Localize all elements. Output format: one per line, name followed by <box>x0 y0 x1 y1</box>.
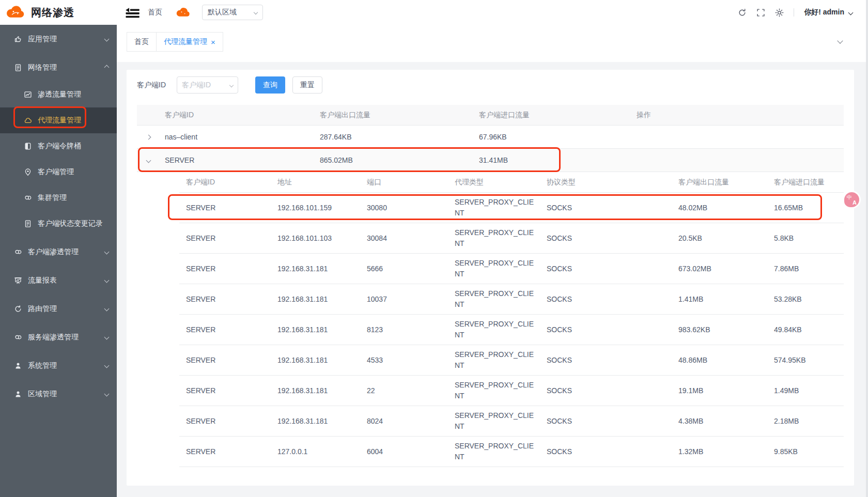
col-address: 地址 <box>271 178 360 187</box>
cell-out-traffic: 48.86MB <box>672 356 767 364</box>
cell-protocol: SOCKS <box>540 417 672 425</box>
sidebar-item-label: 网络管理 <box>28 63 57 72</box>
sidebar-item-penetration-traffic[interactable]: 渗透流量管理 <box>0 82 117 107</box>
chevron-down-icon <box>104 392 110 397</box>
cell-client-id: SERVER <box>160 156 315 164</box>
breadcrumb-home[interactable]: 首页 <box>148 8 162 17</box>
table-row-server[interactable]: SERVER 865.02MB 31.41MB <box>137 149 844 172</box>
chevron-down-icon <box>104 250 110 255</box>
col-client-in-traffic: 客户端进口流量 <box>767 178 844 187</box>
sidebar-item-network-management[interactable]: 网络管理 <box>0 53 117 82</box>
sidebar-item-server-penetration[interactable]: 服务端渗透管理 <box>0 323 117 351</box>
cell-proxy-type: SERVER_PROXY_CLIENT <box>448 319 540 340</box>
document-icon <box>24 220 32 228</box>
inner-table-row[interactable]: SERVER 192.168.101.159 30080 SERVER_PROX… <box>179 193 844 223</box>
cloud-icon[interactable] <box>176 8 190 18</box>
scrollbar[interactable] <box>866 0 868 497</box>
cell-proxy-type: SERVER_PROXY_CLIENT <box>448 197 540 219</box>
app-logo: 网络渗透 <box>0 0 117 25</box>
top-zone: 首页 默认区域 你好! admin 首页 代理流量管理 × <box>117 0 868 62</box>
cell-out-traffic: 865.02MB <box>315 156 474 164</box>
expand-row-icon[interactable] <box>146 134 151 139</box>
chevron-down-icon <box>104 306 110 312</box>
reset-button[interactable]: 重置 <box>292 76 322 94</box>
sidebar-item-client-penetration[interactable]: 客户端渗透管理 <box>0 238 117 266</box>
sidebar-item-label: 代理流量管理 <box>38 116 81 125</box>
sidebar-item-proxy-traffic[interactable]: 代理流量管理 <box>0 107 117 133</box>
collapse-sidebar-icon[interactable] <box>126 7 140 18</box>
cell-address: 192.168.31.181 <box>271 356 360 364</box>
cell-proxy-type: SERVER_PROXY_CLIENT <box>448 410 540 432</box>
sidebar-item-label: 路由管理 <box>28 304 57 314</box>
collapse-row-icon[interactable] <box>146 158 151 163</box>
cell-out-traffic: 287.64KB <box>315 133 474 141</box>
tab-home[interactable]: 首页 <box>127 32 157 52</box>
chevron-down-icon <box>104 278 110 283</box>
cell-out-traffic: 19.1MB <box>672 386 767 395</box>
sidebar-item-client-management[interactable]: 客户端管理 <box>0 159 117 185</box>
cell-protocol: SOCKS <box>540 356 672 364</box>
top-bar: 首页 默认区域 你好! admin <box>117 0 868 25</box>
translate-bubble-button[interactable]: 中 A <box>844 192 859 207</box>
theme-sun-icon[interactable] <box>775 8 784 17</box>
col-client-out-traffic: 客户端出口流量 <box>672 178 767 187</box>
cell-in-traffic: 49.84KB <box>767 325 844 334</box>
sidebar-menu: 应用管理 网络管理 渗透流量管理 代理流量管理 客户端令牌桶 客户端管理 <box>0 25 117 408</box>
inner-table-row[interactable]: SERVER 192.168.101.103 30084 SERVER_PROX… <box>179 223 844 254</box>
table-row-nas-client[interactable]: nas–client 287.64KB 67.96KB <box>137 126 844 149</box>
cell-out-traffic: 20.5KB <box>672 234 767 242</box>
col-client-id: 客户端ID <box>179 178 271 187</box>
cell-client-id: SERVER <box>179 325 271 334</box>
sidebar-item-cluster-management[interactable]: 集群管理 <box>0 185 117 211</box>
greeting-text: 你好! admin <box>804 8 844 17</box>
fullscreen-icon[interactable] <box>756 8 765 17</box>
col-actions: 操作 <box>632 111 844 120</box>
cell-proxy-type: SERVER_PROXY_CLIENT <box>448 288 540 310</box>
cell-client-id: nas–client <box>160 133 315 141</box>
cell-proxy-type: SERVER_PROXY_CLIENT <box>448 349 540 371</box>
client-id-placeholder: 客户端ID <box>182 81 211 90</box>
user-icon <box>14 390 22 398</box>
sidebar-item-system-management[interactable]: 系统管理 <box>0 351 117 380</box>
chevron-down-icon <box>104 363 110 368</box>
search-button[interactable]: 查询 <box>255 76 285 94</box>
cell-in-traffic: 67.96KB <box>474 133 632 141</box>
inner-table: 客户端ID 地址 端口 代理类型 协议类型 客户端出口流量 客户端进口流量 SE… <box>179 172 844 467</box>
user-menu[interactable]: 你好! admin <box>804 8 853 17</box>
close-icon[interactable]: × <box>211 38 215 46</box>
sidebar: 网络渗透 应用管理 网络管理 渗透流量管理 代理流量管理 客户端令牌桶 <box>0 0 117 497</box>
tab-proxy-traffic[interactable]: 代理流量管理 × <box>156 32 223 52</box>
cell-port: 30084 <box>360 234 448 242</box>
cell-out-traffic: 983.62KB <box>672 325 767 334</box>
inner-table-row[interactable]: SERVER 192.168.31.181 8123 SERVER_PROXY_… <box>179 315 844 345</box>
cell-address: 192.168.31.181 <box>271 325 360 334</box>
sidebar-item-client-status-log[interactable]: 客户端状态变更记录 <box>0 211 117 237</box>
cell-protocol: SOCKS <box>540 234 672 242</box>
inner-table-row[interactable]: SERVER 192.168.31.181 8024 SERVER_PROXY_… <box>179 406 844 437</box>
sidebar-item-region-management[interactable]: 区域管理 <box>0 380 117 408</box>
sidebar-item-traffic-report[interactable]: 流量报表 <box>0 266 117 294</box>
sidebar-item-client-token-bucket[interactable]: 客户端令牌桶 <box>0 133 117 159</box>
outer-table: 客户端ID 客户端出口流量 客户端进口流量 操作 nas–client 287.… <box>137 105 844 467</box>
col-client-in-traffic: 客户端进口流量 <box>474 111 632 120</box>
chevron-down-icon[interactable] <box>837 38 843 43</box>
inner-table-row[interactable]: SERVER 192.168.31.181 4533 SERVER_PROXY_… <box>179 345 844 376</box>
col-client-id: 客户端ID <box>160 111 315 120</box>
inner-table-row[interactable]: SERVER 192.168.31.181 5666 SERVER_PROXY_… <box>179 254 844 284</box>
sidebar-item-app-management[interactable]: 应用管理 <box>0 25 117 53</box>
inner-table-row[interactable]: SERVER 192.168.31.181 22 SERVER_PROXY_CL… <box>179 376 844 406</box>
link-rings-icon <box>14 248 22 256</box>
col-port: 端口 <box>360 178 448 187</box>
cell-client-id: SERVER <box>179 295 271 303</box>
sidebar-item-route-management[interactable]: 路由管理 <box>0 294 117 323</box>
inner-table-row[interactable]: SERVER 192.168.31.181 10037 SERVER_PROXY… <box>179 284 844 315</box>
app-title: 网络渗透 <box>31 6 74 20</box>
cell-client-id: SERVER <box>179 204 271 212</box>
refresh-icon[interactable] <box>738 8 747 17</box>
client-id-select[interactable]: 客户端ID <box>177 76 238 94</box>
document-icon <box>14 64 22 72</box>
inner-table-row[interactable]: SERVER 127.0.0.1 6004 SERVER_PROXY_CLIEN… <box>179 437 844 467</box>
region-select[interactable]: 默认区域 <box>202 5 263 20</box>
map-pin-icon <box>24 168 32 176</box>
sidebar-item-label: 服务端渗透管理 <box>28 333 79 342</box>
